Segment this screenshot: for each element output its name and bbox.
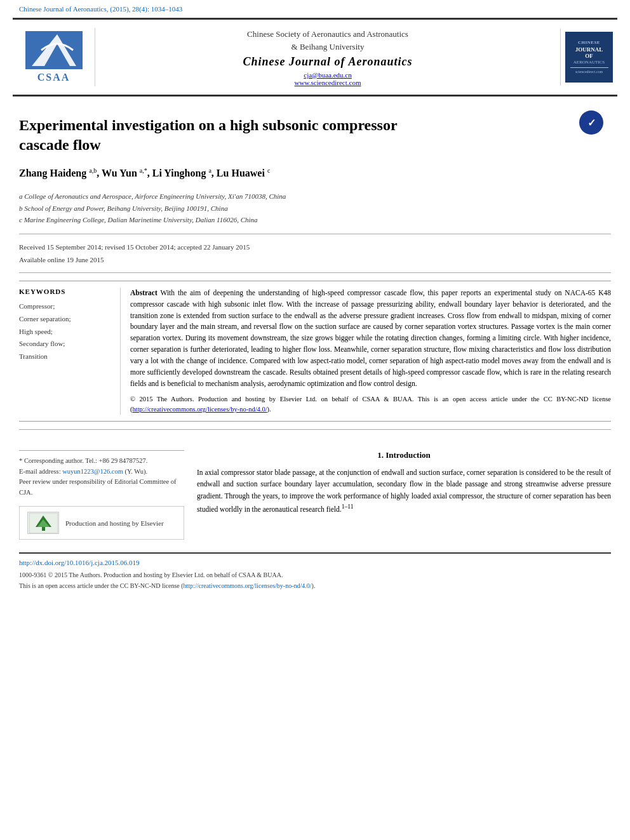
intro-body: In axial compressor stator blade passage… bbox=[197, 469, 611, 513]
keywords-title: KEYWORDS bbox=[19, 288, 111, 295]
bottom-bar: http://dx.doi.org/10.1016/j.cja.2015.06.… bbox=[19, 552, 611, 591]
bottom-issn-text: 1000-9361 © 2015 The Authors. Production… bbox=[19, 570, 611, 591]
available-date: Available online 19 June 2015 bbox=[19, 255, 611, 265]
top-link-bar: Chinese Journal of Aeronautics, (2015), … bbox=[0, 0, 630, 18]
elsevier-box: Production and hosting by Elsevier bbox=[19, 506, 184, 540]
society-name: Chinese Society of Aeronautics and Astro… bbox=[102, 28, 554, 53]
affiliations: a College of Aeronautics and Aerospace, … bbox=[19, 190, 611, 226]
doi-link[interactable]: http://dx.doi.org/10.1016/j.cja.2015.06.… bbox=[19, 559, 140, 566]
cc-link[interactable]: http://creativecommons.org/licenses/by-n… bbox=[133, 406, 267, 413]
csaa-logo-icon bbox=[25, 31, 83, 69]
bottom-oa-link[interactable]: http://creativecommons.org/licenses/by-n… bbox=[184, 582, 312, 589]
issn-text: 1000-9361 © 2015 The Authors. Production… bbox=[19, 571, 283, 578]
logo-area: CSAA bbox=[13, 28, 95, 86]
affil-b: b School of Energy and Power, Beihang Un… bbox=[19, 203, 611, 215]
footnote-area: * Corresponding author. Tel.: +86 29 847… bbox=[19, 450, 184, 498]
affil-sup-c: c bbox=[267, 167, 270, 174]
badge-title: CHINESE bbox=[578, 40, 600, 46]
journal-title-header: Chinese Journal of Aeronautics bbox=[102, 55, 554, 69]
received-dates: Received 15 September 2014; revised 15 O… bbox=[19, 242, 611, 253]
keyword-3: High speed; bbox=[19, 326, 111, 338]
keyword-4: Secondary flow; bbox=[19, 338, 111, 350]
journal-center-info: Chinese Society of Aeronautics and Astro… bbox=[95, 25, 560, 90]
abstract-section: KEYWORDS Compressor; Corner separation; … bbox=[19, 281, 611, 422]
badge-aero: AERONAUTICS bbox=[573, 60, 605, 66]
journal-website-link[interactable]: www.sciencedirect.com bbox=[295, 79, 361, 86]
elsevier-production-text: Production and hosting by Elsevier bbox=[65, 519, 164, 527]
journal-citation-link[interactable]: Chinese Journal of Aeronautics, (2015), … bbox=[19, 5, 182, 13]
left-col: * Corresponding author. Tel.: +86 29 847… bbox=[19, 437, 184, 540]
open-access-text: This is an open access article under the… bbox=[19, 582, 315, 589]
divider-1 bbox=[19, 234, 611, 234]
badge-journal: JOURNAL OF bbox=[575, 46, 603, 60]
copyright-text: © 2015 The Authors. Production and hosti… bbox=[130, 394, 611, 415]
two-col-layout: * Corresponding author. Tel.: +86 29 847… bbox=[19, 437, 611, 540]
section-title: Introduction bbox=[385, 450, 431, 460]
author-email-link[interactable]: wuyun1223@126.com bbox=[62, 468, 123, 475]
email-person: (Y. Wu). bbox=[125, 468, 148, 475]
crossmark-badge[interactable]: ✓ bbox=[578, 109, 605, 136]
svg-text:✓: ✓ bbox=[587, 117, 596, 128]
affil-a: a College of Aeronautics and Aerospace, … bbox=[19, 190, 611, 203]
abstract-label: Abstract bbox=[130, 289, 158, 297]
peer-review-note: Peer review under responsibility of Edit… bbox=[19, 477, 184, 498]
keyword-2: Corner separation; bbox=[19, 313, 111, 326]
affil-sup-a2: a bbox=[208, 167, 211, 174]
csaa-label: CSAA bbox=[37, 72, 70, 83]
email-label: E-mail address: bbox=[19, 468, 61, 475]
journal-badge: CHINESE JOURNAL OF AERONAUTICS sciencedi… bbox=[565, 32, 613, 83]
footnote-email: E-mail address: wuyun1223@126.com (Y. Wu… bbox=[19, 467, 184, 477]
affil-sup-a: a, bbox=[140, 167, 144, 174]
keyword-1: Compressor; bbox=[19, 300, 111, 313]
main-content: Experimental investigation on a high sub… bbox=[0, 97, 630, 604]
abstract-text: Abstract With the aim of deepening the u… bbox=[130, 288, 611, 389]
ref-superscript: 1–11 bbox=[342, 503, 354, 510]
journal-badge-area: CHINESE JOURNAL OF AERONAUTICS sciencedi… bbox=[560, 29, 617, 86]
keyword-5: Transition bbox=[19, 350, 111, 363]
abstract-body: With the aim of deepening the understand… bbox=[130, 289, 611, 387]
title-row: Experimental investigation on a high sub… bbox=[19, 109, 611, 165]
intro-section-heading: 1. Introduction bbox=[197, 450, 611, 460]
footnote-corresponding: * Corresponding author. Tel.: +86 29 847… bbox=[19, 456, 184, 467]
intro-text: In axial compressor stator blade passage… bbox=[197, 467, 611, 515]
abstract-col: Abstract With the aim of deepening the u… bbox=[121, 288, 611, 415]
affil-c: c Marine Engineering College, Dalian Mar… bbox=[19, 214, 611, 226]
keywords-list: Compressor; Corner separation; High spee… bbox=[19, 300, 111, 363]
affil-sup-ab: a,b bbox=[89, 167, 97, 174]
elsevier-logo-icon bbox=[27, 512, 59, 534]
crossmark-icon[interactable]: ✓ bbox=[579, 110, 603, 135]
journal-header: CSAA Chinese Society of Aeronautics and … bbox=[13, 18, 617, 97]
section-number: 1. bbox=[377, 450, 384, 460]
divider-2 bbox=[19, 272, 611, 273]
keywords-col: KEYWORDS Compressor; Corner separation; … bbox=[19, 288, 121, 415]
right-col: 1. Introduction In axial compressor stat… bbox=[197, 437, 611, 540]
journal-email-link[interactable]: cja@buaa.edu.cn bbox=[304, 71, 351, 79]
corresponding-mark: * bbox=[144, 167, 147, 174]
copyright-body: © 2015 The Authors. Production and hosti… bbox=[130, 396, 611, 413]
divider-3 bbox=[19, 429, 611, 430]
article-title: Experimental investigation on a high sub… bbox=[19, 116, 426, 155]
journal-contact-links: cja@buaa.edu.cn www.sciencedirect.com bbox=[102, 71, 554, 86]
authors-line: Zhang Haideng a,b, Wu Yun a,*, Li Yingho… bbox=[19, 165, 611, 182]
